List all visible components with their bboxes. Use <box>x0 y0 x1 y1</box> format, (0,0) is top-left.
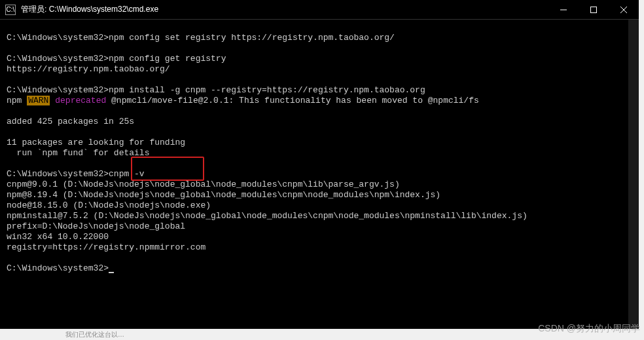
prompt: C:\Windows\system32> <box>7 33 109 43</box>
terminal-line: https://registry.npm.taobao.org/ <box>7 64 632 75</box>
cmd-window: C:\ 管理员: C:\Windows\system32\cmd.exe C:\… <box>0 0 639 329</box>
command-text: npm config get registry <box>109 54 226 64</box>
terminal-line: added 425 packages in 25s <box>7 117 632 127</box>
blank-line <box>7 106 632 117</box>
terminal-line: 11 packages are looking for funding <box>7 138 632 148</box>
close-button[interactable] <box>609 0 639 20</box>
prompt: C:\Windows\system32> <box>7 169 109 179</box>
warn-message: @npmcli/move-file@2.0.1: This functional… <box>111 96 479 105</box>
terminal-line: C:\Windows\system32>cnpm -v <box>7 169 632 179</box>
blank-line <box>7 253 632 263</box>
window-icon: C:\ <box>5 5 16 15</box>
terminal-line: C:\Windows\system32>npm install -g cnpm … <box>7 85 632 96</box>
warn-badge: WARN <box>27 96 50 105</box>
scrollbar[interactable] <box>628 20 639 329</box>
terminal-line: npm WARN deprecated @npmcli/move-file@2.… <box>7 96 632 106</box>
blank-line <box>7 22 632 33</box>
maximize-button[interactable] <box>579 0 609 20</box>
terminal-line: C:\Windows\system32>npm config get regis… <box>7 54 632 64</box>
blank-line <box>7 127 632 138</box>
terminal-line: win32 x64 10.0.22000 <box>7 232 632 242</box>
taskbar-fragment: 我们已优化这台以… <box>65 330 124 340</box>
terminal-line: C:\Windows\system32> <box>7 263 632 274</box>
terminal-line: npm@8.19.4 (D:\NodeJs\nodejs\node_global… <box>7 190 632 200</box>
terminal-line: registry=https://registry.npmmirror.com <box>7 242 632 253</box>
taskbar-text: 我们已优化这台以… <box>65 330 124 339</box>
svg-rect-1 <box>591 7 597 12</box>
blank-line <box>7 159 632 169</box>
terminal-line: npminstall@7.5.2 (D:\NodeJs\nodejs\node_… <box>7 211 632 221</box>
deprecated-label: deprecated <box>50 96 111 105</box>
prompt: C:\Windows\system32> <box>7 263 109 273</box>
maximize-icon <box>590 7 597 13</box>
prompt: C:\Windows\system32> <box>7 54 109 64</box>
terminal-line: prefix=D:\NodeJs\nodejs\node_global <box>7 221 632 232</box>
blank-line <box>7 43 632 54</box>
terminal-body[interactable]: C:\Windows\system32>npm config set regis… <box>0 20 639 329</box>
terminal-line: cnpm@9.0.1 (D:\NodeJs\nodejs\node_global… <box>7 179 632 190</box>
watermark: CSDN @努力的小周同学 <box>538 323 640 335</box>
terminal-line: run `npm fund` for details <box>7 148 632 159</box>
terminal-line: C:\Windows\system32>npm config set regis… <box>7 33 632 43</box>
command-text: npm config set registry https://registry… <box>109 33 395 43</box>
blank-line <box>7 75 632 85</box>
close-icon <box>620 7 627 13</box>
command-text: cnpm -v <box>109 169 145 179</box>
terminal-line: node@18.15.0 (D:\NodeJs\nodejs\node.exe) <box>7 200 632 211</box>
minimize-icon <box>560 7 567 13</box>
prompt: C:\Windows\system32> <box>7 85 109 95</box>
minimize-button[interactable] <box>548 0 579 20</box>
cursor <box>109 272 114 273</box>
npm-text: npm <box>7 96 27 105</box>
title-bar[interactable]: C:\ 管理员: C:\Windows\system32\cmd.exe <box>0 0 639 20</box>
window-title: 管理员: C:\Windows\system32\cmd.exe <box>21 4 158 15</box>
command-text: npm install -g cnpm --registry=https://r… <box>109 85 425 95</box>
